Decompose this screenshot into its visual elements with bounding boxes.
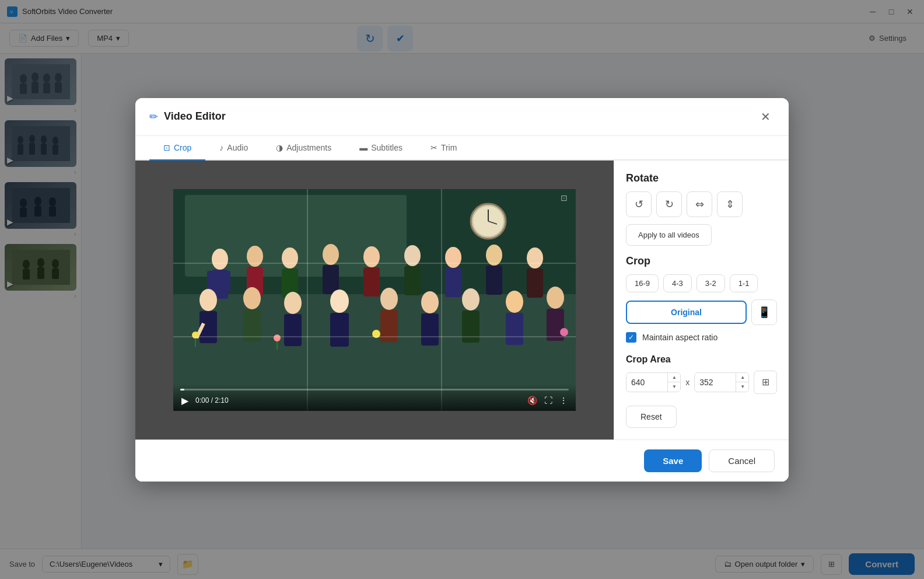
adjustments-tab-icon: ◑ — [276, 143, 283, 152]
svg-rect-52 — [363, 267, 380, 297]
maintain-aspect-ratio-row: ✓ Maintain aspect ratio — [626, 332, 777, 343]
svg-point-77 — [421, 291, 439, 313]
cancel-button[interactable]: Cancel — [709, 449, 775, 472]
modal-tabs: ⊡ Crop ♪ Audio ◑ Adjustments ▬ Subtitles… — [135, 136, 789, 161]
ratio-4-3-button[interactable]: 4-3 — [663, 274, 692, 292]
rotate-cw-button[interactable]: ↻ — [656, 191, 682, 217]
ratio-4-3-label: 4-3 — [672, 279, 683, 288]
save-button[interactable]: Save — [644, 449, 702, 472]
fullscreen-button[interactable]: ⛶ — [543, 395, 554, 406]
crop-height-down-button[interactable]: ▼ — [736, 382, 749, 392]
phone-orientation-button[interactable]: 📱 — [751, 299, 777, 325]
svg-rect-60 — [527, 268, 543, 298]
reset-label: Reset — [640, 412, 662, 421]
cancel-label: Cancel — [728, 456, 755, 466]
svg-point-81 — [506, 291, 523, 313]
maintain-aspect-checkbox[interactable]: ✓ — [626, 332, 636, 343]
crop-area-title: Crop Area — [626, 354, 777, 365]
tab-subtitles[interactable]: ▬ Subtitles — [345, 136, 416, 161]
modal-close-button[interactable]: ✕ — [756, 107, 775, 126]
audio-tab-label: Audio — [227, 143, 248, 152]
svg-point-55 — [445, 247, 461, 268]
tab-crop[interactable]: ⊡ Crop — [149, 136, 205, 161]
svg-point-85 — [560, 328, 568, 336]
svg-rect-78 — [421, 313, 439, 346]
flip-horizontal-button[interactable]: ⇔ — [687, 191, 712, 217]
crop-x-separator: x — [685, 378, 690, 387]
ratio-3-2-label: 3-2 — [705, 279, 716, 288]
crop-width-input[interactable] — [626, 374, 667, 390]
svg-rect-54 — [404, 266, 421, 295]
crop-area-inputs: ▲ ▼ x ▲ — [626, 371, 777, 394]
svg-point-49 — [323, 244, 339, 265]
crop-width-spinner: ▲ ▼ — [667, 373, 681, 392]
rotate-title: Rotate — [626, 172, 777, 184]
svg-rect-58 — [486, 266, 502, 295]
original-ratio-button[interactable]: Original — [626, 301, 747, 324]
svg-rect-44 — [223, 271, 230, 292]
play-button[interactable]: ▶ — [180, 394, 190, 407]
more-options-button[interactable]: ⋮ — [558, 395, 569, 406]
modal-body: ⊡ ▶ 0:00 / 2:10 � — [135, 161, 789, 440]
video-time-display: 0:00 / 2:10 — [195, 396, 229, 404]
tab-adjustments[interactable]: ◑ Adjustments — [262, 136, 345, 161]
svg-point-72 — [330, 290, 349, 313]
adjustments-tab-label: Adjustments — [286, 143, 331, 152]
crop-width-down-button[interactable]: ▼ — [668, 382, 681, 392]
svg-rect-43 — [207, 271, 214, 292]
crop-original-row: Original 📱 — [626, 299, 777, 325]
ratio-1-1-label: 1-1 — [738, 279, 750, 288]
rotate-ccw-button[interactable]: ↺ — [626, 191, 652, 217]
video-frame: ⊡ ▶ 0:00 / 2:10 � — [173, 189, 576, 411]
svg-point-57 — [486, 245, 502, 266]
trim-tab-icon: ✂ — [430, 143, 438, 152]
svg-rect-84 — [547, 309, 564, 341]
crop-section: Crop 16-9 4-3 3-2 — [626, 255, 777, 345]
crop-height-up-button[interactable]: ▲ — [736, 373, 749, 382]
app-window: V SoftOrbits Video Converter ─ □ ✕ 📄 Add… — [0, 0, 924, 579]
trim-tab-label: Trim — [441, 143, 457, 152]
svg-point-83 — [547, 287, 564, 309]
modal-title: Video Editor — [164, 110, 226, 123]
svg-text:⊡: ⊡ — [561, 193, 568, 203]
apply-to-all-button[interactable]: Apply to all videos — [626, 224, 712, 246]
svg-rect-56 — [445, 268, 461, 297]
video-editor-modal: ✏ Video Editor ✕ ⊡ Crop ♪ Audio ◑ Adjust… — [135, 98, 789, 482]
tab-audio[interactable]: ♪ Audio — [205, 136, 262, 161]
subtitles-tab-label: Subtitles — [371, 143, 402, 152]
svg-rect-73 — [330, 313, 349, 347]
crop-tab-icon: ⊡ — [163, 143, 170, 152]
crop-tab-label: Crop — [174, 143, 191, 152]
svg-rect-50 — [323, 265, 339, 294]
crop-height-input[interactable] — [695, 374, 736, 390]
ratio-1-1-button[interactable]: 1-1 — [730, 274, 758, 292]
video-progress-bar[interactable] — [180, 389, 569, 390]
grid-toggle-icon: ⊞ — [762, 376, 769, 388]
mute-button[interactable]: 🔇 — [526, 395, 538, 406]
svg-point-66 — [243, 287, 261, 309]
svg-rect-82 — [506, 313, 523, 345]
video-progress-fill — [180, 389, 184, 390]
crop-area-section: Crop Area ▲ ▼ — [626, 354, 777, 394]
svg-point-47 — [282, 247, 298, 268]
right-panel: Rotate ↺ ↻ ⇔ ⇕ — [614, 161, 789, 440]
crop-width-up-button[interactable]: ▲ — [668, 373, 681, 382]
tab-trim[interactable]: ✂ Trim — [416, 136, 471, 161]
crop-height-input-wrap: ▲ ▼ — [694, 372, 749, 392]
audio-tab-icon: ♪ — [219, 143, 223, 152]
save-label: Save — [663, 456, 683, 466]
ratio-16-9-label: 16-9 — [635, 279, 650, 288]
flip-vertical-button[interactable]: ⇕ — [717, 191, 743, 217]
svg-rect-75 — [380, 310, 398, 342]
svg-point-45 — [247, 246, 263, 267]
ratio-3-2-button[interactable]: 3-2 — [696, 274, 725, 292]
modal-title-icon: ✏ — [149, 110, 158, 123]
video-thumbnail: ⊡ — [173, 189, 576, 411]
reset-button[interactable]: Reset — [626, 406, 677, 428]
svg-point-64 — [192, 332, 199, 339]
ratio-16-9-button[interactable]: 16-9 — [626, 274, 659, 292]
rotate-ccw-icon: ↺ — [635, 198, 643, 211]
crop-ratio-buttons: 16-9 4-3 3-2 1-1 — [626, 274, 777, 292]
crop-grid-toggle-button[interactable]: ⊞ — [754, 371, 777, 394]
modal-footer: Save Cancel — [135, 440, 789, 482]
